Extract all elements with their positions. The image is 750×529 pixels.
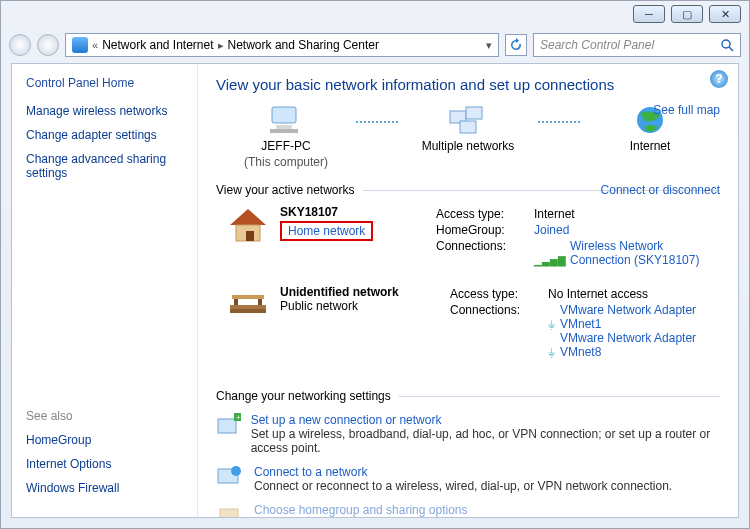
left-panel: Control Panel Home Manage wireless netwo… (12, 64, 198, 517)
svg-rect-12 (230, 305, 266, 309)
setting-setup-connection[interactable]: + Set up a new connection or network Set… (216, 413, 720, 455)
search-placeholder: Search Control Panel (540, 38, 654, 52)
control-panel-home-link[interactable]: Control Panel Home (26, 76, 193, 90)
see-also-homegroup[interactable]: HomeGroup (26, 433, 189, 447)
svg-rect-16 (232, 295, 264, 299)
refresh-button[interactable] (505, 34, 527, 56)
nav-back-button[interactable] (9, 34, 31, 56)
close-button[interactable]: ✕ (709, 5, 741, 23)
network-type-link[interactable]: Home network (288, 224, 365, 238)
attr2-val-access: No Internet access (548, 287, 648, 301)
window: ─ ▢ ✕ « Network and Internet ▸ Network a… (0, 0, 750, 529)
multi-network-icon (448, 103, 488, 137)
attr-key-homegroup: HomeGroup: (436, 223, 526, 237)
help-icon[interactable]: ? (710, 70, 728, 88)
adapter-icon: ⏚ (548, 317, 560, 331)
maximize-button[interactable]: ▢ (671, 5, 703, 23)
connect-or-disconnect-link[interactable]: Connect or disconnect (601, 183, 720, 197)
adapter-icon: ⏚ (548, 345, 560, 359)
see-also-windows-firewall[interactable]: Windows Firewall (26, 481, 189, 495)
see-also-block: See also HomeGroup Internet Options Wind… (26, 409, 189, 505)
svg-rect-17 (218, 419, 236, 433)
svg-text:+: + (236, 413, 241, 422)
map-pc-sub: (This computer) (216, 155, 356, 169)
setting-homegroup-options[interactable]: Choose homegroup and sharing options (216, 503, 720, 517)
breadcrumb-back[interactable]: « (92, 39, 98, 51)
content-frame: Control Panel Home Manage wireless netwo… (11, 63, 739, 518)
attr2-key-connections: Connections: (450, 303, 540, 359)
attr-val-access: Internet (534, 207, 575, 221)
map-multi-label: Multiple networks (398, 139, 538, 153)
see-also-heading: See also (26, 409, 189, 423)
homegroup-icon (216, 503, 244, 517)
svg-rect-11 (246, 231, 254, 241)
map-link-1 (356, 121, 398, 123)
setting-setup-connection-title[interactable]: Set up a new connection or network (251, 413, 720, 427)
svg-rect-2 (272, 107, 296, 123)
setting-connect-network-desc: Connect or reconnect to a wireless, wire… (254, 479, 672, 493)
search-icon (720, 38, 734, 52)
svg-rect-7 (460, 121, 476, 133)
map-node-multiple: Multiple networks (398, 103, 538, 153)
window-controls: ─ ▢ ✕ (633, 5, 741, 23)
svg-marker-9 (230, 209, 266, 225)
breadcrumb-dropdown[interactable]: ▾ (486, 39, 492, 52)
svg-point-21 (231, 466, 241, 476)
map-link-2 (538, 121, 580, 123)
attr2-key-access: Access type: (450, 287, 540, 301)
network-row-sky18107: SKY18107 Home network Access type:Intern… (216, 203, 720, 283)
minimize-button[interactable]: ─ (633, 5, 665, 23)
network-row-unidentified: Unidentified network Public network Acce… (216, 283, 720, 375)
chevron-right-icon: ▸ (218, 39, 224, 52)
setting-connect-network[interactable]: Connect to a network Connect or reconnec… (216, 465, 720, 493)
svg-line-1 (729, 47, 733, 51)
address-bar[interactable]: « Network and Internet ▸ Network and Sha… (65, 33, 499, 57)
attr-val-connections[interactable]: Wireless Network Connection (SKY18107) (570, 239, 720, 267)
network-name-block: SKY18107 Home network (280, 205, 373, 269)
sidebar-link-wireless[interactable]: Manage wireless networks (26, 104, 193, 118)
svg-rect-3 (276, 125, 292, 129)
network-name: SKY18107 (280, 205, 373, 219)
attr-key-connections: Connections: (436, 239, 526, 267)
search-input[interactable]: Search Control Panel (533, 33, 741, 57)
network-type-highlight: Home network (280, 221, 373, 241)
nav-forward-button[interactable] (37, 34, 59, 56)
change-settings-header: Change your networking settings (216, 389, 720, 403)
toolbar: « Network and Internet ▸ Network and Sha… (1, 29, 749, 61)
sidebar-link-adapter[interactable]: Change adapter settings (26, 128, 193, 142)
network-attrs: Access type:Internet HomeGroup:Joined Co… (436, 205, 720, 269)
attr-val-homegroup[interactable]: Joined (534, 223, 569, 237)
see-full-map-link[interactable]: See full map (653, 103, 720, 117)
see-also-internet-options[interactable]: Internet Options (26, 457, 189, 471)
setting-homegroup-options-title[interactable]: Choose homegroup and sharing options (254, 503, 467, 517)
public-network-icon (224, 285, 272, 325)
svg-point-0 (722, 40, 730, 48)
svg-rect-13 (230, 309, 266, 313)
breadcrumb-current[interactable]: Network and Sharing Center (228, 38, 379, 52)
map-pc-name: JEFF-PC (216, 139, 356, 153)
network-name-block-2: Unidentified network Public network (280, 285, 399, 361)
attr-key-access: Access type: (436, 207, 526, 221)
svg-rect-4 (270, 129, 298, 133)
map-node-pc: JEFF-PC (This computer) (216, 103, 356, 169)
svg-rect-22 (220, 509, 238, 517)
change-settings-label: Change your networking settings (216, 389, 391, 403)
active-networks-header: View your active networks Connect or dis… (216, 183, 720, 197)
attr2-conn-0[interactable]: VMware Network Adapter VMnet1 (560, 303, 720, 331)
network2-attrs: Access type:No Internet access Connectio… (450, 285, 720, 361)
refresh-icon (509, 38, 523, 52)
control-panel-icon (72, 37, 88, 53)
setting-connect-network-title[interactable]: Connect to a network (254, 465, 672, 479)
breadcrumb-root[interactable]: Network and Internet (102, 38, 213, 52)
map-internet-label: Internet (580, 139, 720, 153)
active-networks-label: View your active networks (216, 183, 355, 197)
home-network-icon (224, 205, 272, 245)
svg-rect-6 (466, 107, 482, 119)
network-map: JEFF-PC (This computer) Multiple network… (216, 103, 720, 169)
sidebar-link-sharing[interactable]: Change advanced sharing settings (26, 152, 193, 180)
connect-network-icon (216, 465, 244, 489)
setup-connection-icon: + (216, 413, 241, 437)
setting-setup-connection-desc: Set up a wireless, broadband, dial-up, a… (251, 427, 720, 455)
network2-name: Unidentified network (280, 285, 399, 299)
attr2-conn-1[interactable]: VMware Network Adapter VMnet8 (560, 331, 720, 359)
